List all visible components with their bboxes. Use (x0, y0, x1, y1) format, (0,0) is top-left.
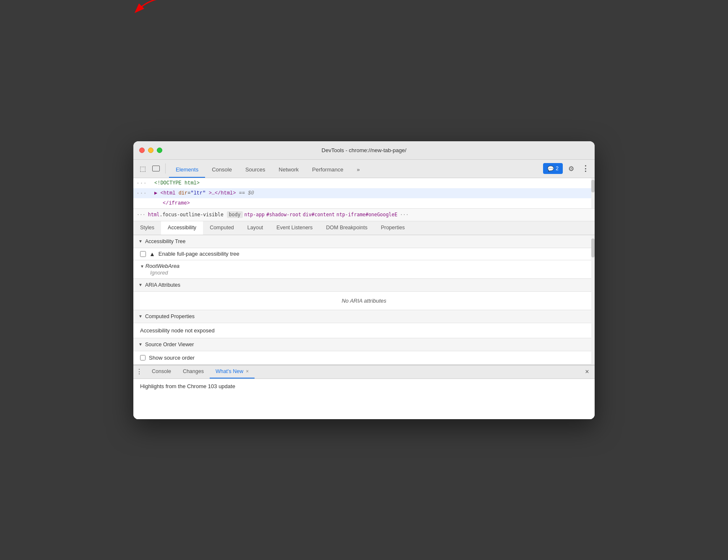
tab-accessibility[interactable]: Accessibility (161, 221, 203, 235)
triangle-icon-computed: ▼ (138, 314, 143, 319)
panel-scrollbar-thumb[interactable] (591, 239, 595, 257)
drawer-content: Highlights from the Chrome 103 update (133, 379, 595, 419)
device-toolbar-button[interactable] (150, 163, 162, 174)
close-icon: × (585, 368, 589, 376)
drawer-tab-changes[interactable]: Changes (177, 366, 210, 379)
bottom-drawer: ⋮ Console Changes What's New × × Highlig… (133, 365, 595, 419)
main-toolbar: ⬚ Elements Console Sources Network Perfo… (133, 160, 595, 178)
aria-attributes-header[interactable]: ▼ ARIA Attributes (133, 279, 595, 292)
tab-styles[interactable]: Styles (133, 221, 161, 235)
triangle-icon: ▼ (138, 239, 143, 244)
drawer-menu-icon[interactable]: ⋮ (136, 368, 143, 375)
html-line-html[interactable]: ··· ▶ <html dir="ltr" >…</html> == $0 (133, 188, 595, 198)
root-web-area-ignored: Ignored (140, 269, 588, 276)
traffic-lights (139, 148, 162, 153)
breadcrumb-body[interactable]: body (227, 211, 243, 218)
no-aria-text: No ARIA attributes (133, 292, 595, 310)
triangle-icon-source-order: ▼ (138, 342, 143, 347)
enable-full-page-row: ▲ Enable full-page accessibility tree (133, 248, 595, 260)
more-options-button[interactable]: ⋮ (580, 163, 591, 174)
drawer-tabs: ⋮ Console Changes What's New × × (133, 366, 595, 379)
close-button[interactable] (139, 148, 145, 153)
tab-performance[interactable]: Performance (305, 163, 350, 178)
html-line-iframe: </iframe> (133, 198, 595, 208)
breadcrumb-ntp-app[interactable]: ntp-app (244, 212, 265, 218)
accessibility-tree-header[interactable]: ▼ Accessibility Tree (133, 235, 595, 248)
toolbar-divider (165, 163, 166, 174)
triangle-icon-aria: ▼ (138, 283, 143, 287)
breadcrumb-more[interactable]: ··· (137, 212, 146, 218)
device-icon (152, 166, 160, 171)
tab-console[interactable]: Console (205, 163, 239, 178)
window-title: DevTools - chrome://new-tab-page/ (322, 147, 406, 153)
beacon-icon: ▲ (149, 251, 155, 257)
drawer-close-button[interactable]: × (582, 367, 592, 377)
html-panel: ··· <!DOCTYPE html> ··· ▶ <html dir="ltr… (133, 178, 595, 209)
titlebar: DevTools - chrome://new-tab-page/ (133, 141, 595, 160)
maximize-button[interactable] (157, 148, 162, 153)
tab-network[interactable]: Network (272, 163, 306, 178)
gutter-dots-2: ··· (133, 189, 150, 197)
panel-scrollbar-track[interactable] (591, 235, 595, 365)
source-order-header[interactable]: ▼ Source Order Viewer (133, 338, 595, 351)
inspect-icon: ⬚ (140, 165, 146, 173)
gear-icon: ⚙ (568, 165, 574, 173)
breadcrumb-div-content[interactable]: div#content (303, 212, 335, 218)
accessibility-panel: ▼ Accessibility Tree ▲ Enable full-page … (133, 235, 595, 365)
drawer-tab-whats-new[interactable]: What's New × (210, 366, 255, 379)
computed-properties-header[interactable]: ▼ Computed Properties (133, 310, 595, 323)
main-tabs: Elements Console Sources Network Perform… (169, 160, 541, 178)
devtools-body: ··· <!DOCTYPE html> ··· ▶ <html dir="ltr… (133, 178, 595, 419)
chat-button[interactable]: 💬 2 (543, 163, 563, 174)
show-source-order-checkbox[interactable] (140, 355, 146, 360)
tab-elements[interactable]: Elements (169, 163, 205, 178)
enable-full-page-checkbox[interactable] (140, 251, 146, 257)
tab-sources[interactable]: Sources (239, 163, 272, 178)
breadcrumb-ntp-iframe[interactable]: ntp-iframe#oneGoogleE (336, 212, 397, 218)
breadcrumb-bar: ··· html.focus-outline-visible body ntp-… (133, 209, 595, 221)
drawer-tab-close-icon[interactable]: × (246, 368, 249, 374)
vertical-dots-icon: ⋮ (582, 164, 589, 173)
tab-layout[interactable]: Layout (241, 221, 270, 235)
scrollbar-track[interactable] (591, 178, 595, 208)
devtools-window: DevTools - chrome://new-tab-page/ ⬚ Elem… (133, 141, 595, 419)
toolbar-right: 💬 2 ⚙ ⋮ (543, 163, 591, 174)
tab-event-listeners[interactable]: Event Listeners (270, 221, 319, 235)
tab-properties[interactable]: Properties (374, 221, 411, 235)
tab-dom-breakpoints[interactable]: DOM Breakpoints (320, 221, 374, 235)
root-web-area-title[interactable]: RootWebArea (140, 263, 588, 269)
sub-tabs: Styles Accessibility Computed Layout Eve… (133, 221, 595, 235)
drawer-tab-console[interactable]: Console (146, 366, 177, 379)
computed-body: Accessibility node not exposed (133, 323, 595, 338)
html-line-doctype: ··· <!DOCTYPE html> (133, 178, 595, 188)
tab-more[interactable]: » (350, 163, 367, 178)
inspect-element-button[interactable]: ⬚ (137, 163, 148, 174)
source-order-body: Show source order (133, 351, 595, 365)
gutter-dots: ··· (133, 179, 150, 187)
scrollbar-thumb[interactable] (591, 180, 595, 192)
chat-icon: 💬 (547, 166, 554, 172)
breadcrumb-html[interactable]: html.focus-outline-visible (148, 212, 224, 218)
breadcrumb-shadow-root[interactable]: #shadow-root (266, 212, 301, 218)
minimize-button[interactable] (148, 148, 153, 153)
settings-button[interactable]: ⚙ (565, 163, 577, 174)
root-web-area-row: RootWebArea Ignored (133, 260, 595, 279)
tab-computed[interactable]: Computed (203, 221, 241, 235)
